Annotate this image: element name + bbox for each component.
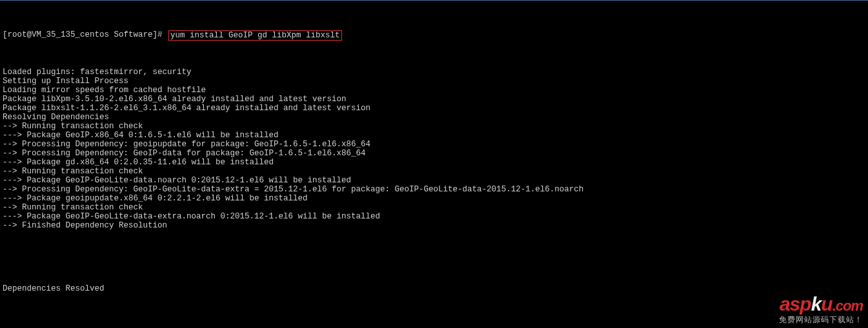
output-line: --> Running transaction check (3, 122, 865, 131)
output-line: --> Running transaction check (3, 203, 865, 212)
output-line: ---> Package gd.x86_64 0:2.0.35-11.el6 w… (3, 158, 865, 167)
output-line: Setting up Install Process (3, 77, 865, 86)
output-line: ---> Package GeoIP-GeoLite-data.noarch 0… (3, 176, 865, 185)
output-line: --> Processing Dependency: geoipupdate f… (3, 140, 865, 149)
output-line: Package libxslt-1.1.26-2.el6_3.1.x86_64 … (3, 104, 865, 113)
output-line: --> Processing Dependency: GeoIP-GeoLite… (3, 185, 865, 194)
output-line: Package libXpm-3.5.10-2.el6.x86_64 alrea… (3, 95, 865, 104)
blank-line (3, 311, 865, 320)
blank-line (3, 257, 865, 266)
output-line: Resolving Dependencies (3, 113, 865, 122)
output-line: --> Running transaction check (3, 167, 865, 176)
output-line: --> Finished Dependency Resolution (3, 221, 865, 230)
prompt-line: [root@VM_35_135_centos Software]# yum in… (3, 30, 865, 41)
terminal-output[interactable]: [root@VM_35_135_centos Software]# yum in… (0, 1, 868, 328)
output-line: Loading mirror speeds from cached hostfi… (3, 86, 865, 95)
output-line: ---> Package GeoIP.x86_64 0:1.6.5-1.el6 … (3, 131, 865, 140)
output-line: Loaded plugins: fastestmirror, security (3, 68, 865, 77)
dependencies-resolved: Dependencies Resolved (3, 284, 865, 293)
output-lines: Loaded plugins: fastestmirror, securityS… (3, 68, 865, 230)
shell-prompt: [root@VM_35_135_centos Software]# (3, 30, 167, 39)
output-line: ---> Package GeoIP-GeoLite-data-extra.no… (3, 212, 865, 221)
highlighted-command: yum install GeoIP gd libXpm libxslt (168, 30, 342, 41)
output-line: --> Processing Dependency: GeoIP-data fo… (3, 149, 865, 158)
output-line: ---> Package geoipupdate.x86_64 0:2.2.1-… (3, 194, 865, 203)
